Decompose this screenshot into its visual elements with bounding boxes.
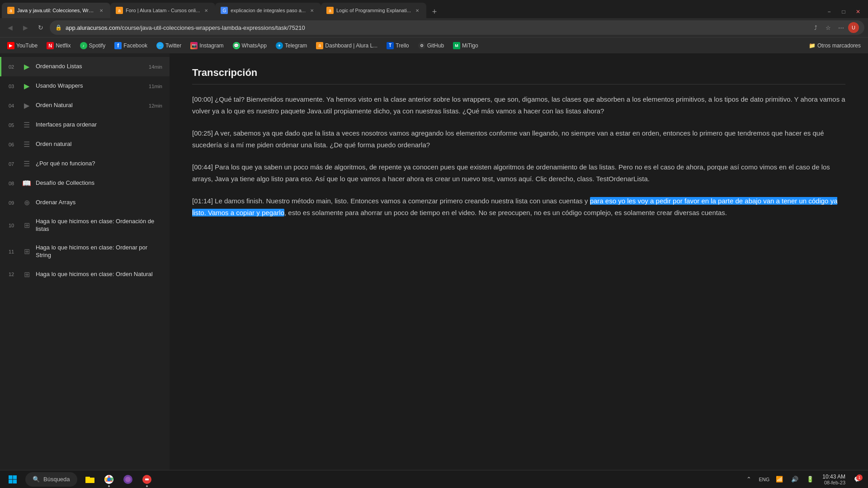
bookmark-trello[interactable]: T Trello — [383, 40, 413, 51]
tab-2[interactable]: a Foro | Alura Latam - Cursos onli... ✕ — [110, 3, 215, 18]
svg-point-10 — [125, 477, 131, 482]
bookmark-telegram[interactable]: ✈ Telegram — [272, 40, 311, 51]
maximize-button[interactable]: □ — [837, 5, 850, 18]
taskbar-app-4[interactable] — [138, 470, 156, 488]
taskbar-file-explorer[interactable] — [81, 470, 99, 488]
bookmark-whatsapp[interactable]: 💬 WhatsApp — [229, 40, 270, 51]
sidebar-item-07[interactable]: 07 ☰ ¿Por qué no funciona? — [0, 154, 170, 174]
tab-close-1[interactable]: ✕ — [98, 7, 105, 14]
telegram-icon: ✈ — [276, 42, 283, 49]
bookmark-telegram-label: Telegram — [285, 42, 307, 49]
address-bar[interactable]: 🔒 app.aluracursos.com/course/java-util-c… — [50, 20, 864, 35]
item-number-05: 05 — [9, 122, 18, 128]
item-number-10: 10 — [9, 223, 18, 228]
sidebar-item-10[interactable]: 10 ⊞ Haga lo que hicimos en clase: Orden… — [0, 212, 170, 239]
grid-icon-11: ⊞ — [22, 247, 31, 256]
wifi-icon[interactable]: 📶 — [773, 473, 786, 486]
profile-button[interactable]: U — [848, 22, 859, 33]
item-number-09: 09 — [9, 200, 18, 206]
bookmark-twitter[interactable]: 🐦 Twitter — [153, 40, 185, 51]
sidebar-item-04[interactable]: 04 ▶ Orden Natural 12min — [0, 96, 170, 115]
list-icon-07: ☰ — [22, 160, 31, 168]
other-bookmarks[interactable]: 📁 Otros marcadores — [805, 41, 864, 51]
bookmark-trello-label: Trello — [396, 42, 409, 49]
tab-bar: a Java y java.util: Colecciones, Wra... … — [0, 0, 868, 18]
bookmark-netflix[interactable]: N Netflix — [43, 40, 74, 51]
tab-title-2: Foro | Alura Latam - Cursos onli... — [126, 8, 200, 13]
content-area: Transcripción [00:00] ¿Qué tal? Bienveni… — [170, 53, 868, 470]
tab-favicon-3: G — [221, 7, 228, 14]
sidebar-item-08[interactable]: 08 📖 Desafío de Collections — [0, 174, 170, 193]
bookmark-spotify-label: Spotify — [89, 42, 106, 49]
bookmark-mitigo[interactable]: M MiTigo — [449, 40, 482, 51]
back-button[interactable]: ◀ — [4, 21, 16, 34]
tab-close-4[interactable]: ✕ — [414, 7, 421, 14]
plus-icon-09: ⊕ — [22, 198, 31, 207]
forward-button[interactable]: ▶ — [19, 21, 32, 34]
sidebar-item-05[interactable]: 05 ☰ Interfaces para ordenar — [0, 115, 170, 135]
taskbar-apps — [81, 470, 156, 488]
chrome-icon — [104, 474, 114, 485]
taskbar-chrome[interactable] — [100, 470, 118, 488]
sidebar-item-09[interactable]: 09 ⊕ Ordenar Arrays — [0, 193, 170, 212]
sidebar: 02 ▶ Ordenando Listas 14min 03 ▶ Usando … — [0, 53, 170, 470]
bookmark-netflix-label: Netflix — [56, 42, 71, 49]
item-duration-02: 14min — [149, 64, 162, 70]
clock[interactable]: 10:43 AM 08-feb-23 — [819, 474, 849, 485]
sidebar-item-02[interactable]: 02 ▶ Ordenando Listas 14min — [0, 57, 170, 76]
bookmark-github[interactable]: ⚙ GitHub — [415, 40, 448, 51]
lang-indicator[interactable]: ENG — [757, 473, 771, 486]
bookmark-youtube[interactable]: ▶ YouTube — [4, 40, 41, 51]
tab-close-2[interactable]: ✕ — [203, 7, 210, 14]
bookmark-star-button[interactable]: ☆ — [823, 22, 834, 33]
bookmark-spotify[interactable]: ♪ Spotify — [76, 40, 109, 51]
tab-1[interactable]: a Java y java.util: Colecciones, Wra... … — [2, 3, 110, 18]
close-window-button[interactable]: ✕ — [852, 5, 864, 18]
tab-4[interactable]: a Logic of Programming Explanati... ✕ — [321, 3, 426, 18]
tab-3[interactable]: G explicacion de integrales paso a... ✕ — [215, 3, 321, 18]
share-button[interactable]: ⤴ — [810, 22, 821, 33]
app3-icon — [123, 474, 133, 485]
item-title-10: Haga lo que hicimos en clase: Ordenación… — [36, 218, 158, 233]
instagram-icon: 📷 — [190, 42, 198, 49]
play-icon-04: ▶ — [22, 101, 31, 110]
extensions-button[interactable]: ⋯ — [835, 22, 846, 33]
tab-favicon-1: a — [7, 7, 14, 14]
hidden-icons-button[interactable]: ⌃ — [742, 473, 755, 486]
taskbar-app-3[interactable] — [119, 470, 137, 488]
new-tab-button[interactable]: + — [428, 5, 441, 18]
tab-close-3[interactable]: ✕ — [308, 7, 316, 14]
other-bookmarks-label: Otros marcadores — [817, 42, 861, 49]
minimize-button[interactable]: − — [823, 5, 835, 18]
sidebar-item-12[interactable]: 12 ⊞ Haga lo que hicimos en clase: Orden… — [0, 265, 170, 284]
list-icon-05: ☰ — [22, 121, 31, 129]
transcription-title: Transcripción — [192, 67, 845, 84]
clock-date: 08-feb-23 — [822, 480, 845, 485]
item-number-11: 11 — [9, 249, 18, 254]
start-button[interactable] — [4, 472, 22, 487]
sidebar-item-03[interactable]: 03 ▶ Usando Wrappers 11min — [0, 76, 170, 96]
bookmark-alura-label: Dashboard | Alura L... — [325, 42, 377, 49]
chrome-indicator — [108, 485, 110, 487]
bookmark-alura[interactable]: a Dashboard | Alura L... — [312, 40, 381, 51]
svg-rect-1 — [13, 475, 17, 479]
notification-button[interactable]: 💬 1 — [851, 473, 864, 486]
reload-button[interactable]: ↻ — [34, 21, 47, 34]
tab-title-1: Java y java.util: Colecciones, Wra... — [17, 8, 95, 13]
item-number-03: 03 — [9, 84, 18, 89]
sidebar-item-11[interactable]: 11 ⊞ Haga lo que hicimos en clase: Orden… — [0, 239, 170, 265]
battery-icon[interactable]: 🔋 — [803, 473, 817, 486]
app4-icon — [142, 474, 152, 485]
volume-icon[interactable]: 🔊 — [788, 473, 802, 486]
taskbar: 🔍 Búsqueda — [0, 470, 868, 488]
app4-indicator — [146, 485, 148, 487]
bookmark-facebook[interactable]: f Facebook — [111, 40, 151, 51]
grid-icon-12: ⊞ — [22, 270, 31, 279]
bookmark-instagram[interactable]: 📷 Instagram — [187, 40, 227, 51]
sidebar-item-06[interactable]: 06 ☰ Orden natural — [0, 135, 170, 154]
bookmark-twitter-label: Twitter — [165, 42, 181, 49]
item-title-11: Haga lo que hicimos en clase: Ordenar po… — [36, 244, 158, 259]
tab-favicon-4: a — [326, 7, 334, 14]
item-title-12: Haga lo que hicimos en clase: Orden Natu… — [36, 271, 158, 278]
taskbar-search[interactable]: 🔍 Búsqueda — [25, 472, 77, 487]
